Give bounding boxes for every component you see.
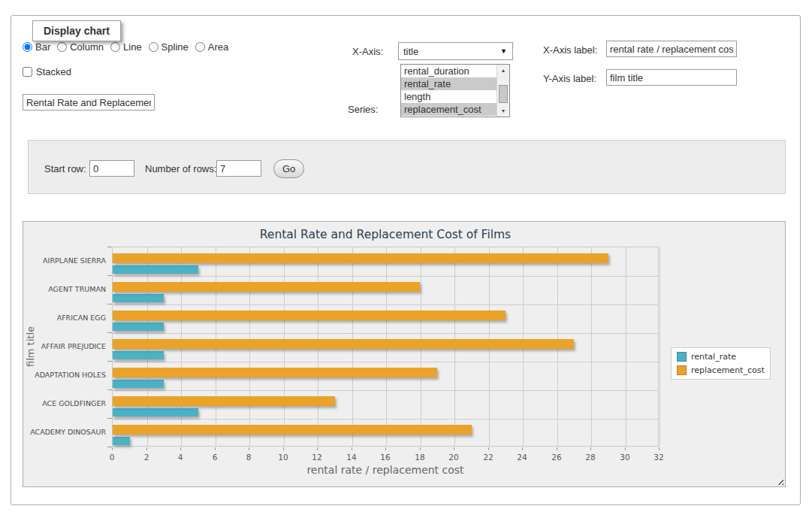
x-tick-label: 18 bbox=[405, 453, 435, 462]
chart-type-column-radio[interactable] bbox=[57, 42, 67, 52]
chart-title-input[interactable] bbox=[23, 94, 155, 111]
series-option-length[interactable]: length bbox=[401, 90, 509, 103]
gridline bbox=[113, 304, 658, 305]
x-tick-label: 22 bbox=[473, 453, 503, 462]
series-option-rental-duration[interactable]: rental_duration bbox=[401, 65, 509, 77]
resize-handle-icon[interactable] bbox=[775, 477, 783, 485]
category-tick-label: AIRPLANE SIERRA bbox=[23, 256, 106, 265]
gridline bbox=[113, 362, 658, 362]
y-tick-mark bbox=[107, 361, 112, 362]
scrollbar-thumb[interactable] bbox=[499, 85, 508, 103]
x-tick-mark bbox=[454, 447, 454, 450]
bar-replacement_cost bbox=[113, 282, 420, 292]
stacked-checkbox[interactable] bbox=[23, 67, 32, 77]
legend-label-rental_rate: rental_rate bbox=[691, 352, 736, 362]
x-tick-label: 32 bbox=[644, 453, 674, 462]
chart-type-area-radio[interactable] bbox=[195, 42, 205, 52]
gridline bbox=[113, 390, 658, 391]
x-tick-mark bbox=[317, 447, 318, 450]
x-axis-select-value: title bbox=[403, 46, 418, 57]
x-tick-label: 8 bbox=[234, 453, 264, 462]
category-tick-label: AFRICAN EGG bbox=[23, 314, 106, 322]
y-axis-label-input[interactable] bbox=[606, 69, 737, 86]
series-option-rental-rate[interactable]: rental_rate bbox=[401, 77, 509, 90]
gridline bbox=[660, 247, 660, 446]
scroll-up-icon[interactable]: ▲ bbox=[497, 65, 509, 76]
num-rows-input[interactable] bbox=[216, 160, 261, 177]
x-tick-mark bbox=[112, 447, 113, 450]
x-axis-select-label: X-Axis: bbox=[352, 46, 383, 57]
go-button[interactable]: Go bbox=[273, 159, 304, 178]
x-tick-mark bbox=[283, 447, 284, 450]
gridline bbox=[113, 333, 658, 334]
bar-rental_rate bbox=[113, 380, 164, 388]
scroll-down-icon[interactable]: ▼ bbox=[497, 105, 509, 117]
x-tick-mark bbox=[352, 447, 352, 450]
chart-type-column[interactable]: Column bbox=[57, 41, 104, 53]
bar-rental_rate bbox=[113, 437, 130, 445]
x-tick-label: 4 bbox=[165, 453, 195, 462]
gridline bbox=[113, 419, 658, 420]
page: Display chart Bar Column Line Spline Are… bbox=[0, 0, 812, 512]
series-list-label: Series: bbox=[348, 104, 378, 115]
series-listbox[interactable]: rental_duration rental_rate length repla… bbox=[400, 64, 510, 117]
bar-rental_rate bbox=[113, 323, 164, 331]
stacked-checkbox-row[interactable]: Stacked bbox=[23, 66, 71, 77]
chart-type-spline[interactable]: Spline bbox=[149, 41, 189, 53]
x-tick-mark bbox=[625, 447, 626, 450]
bar-rental_rate bbox=[113, 294, 164, 302]
x-tick-mark bbox=[249, 447, 249, 450]
x-axis-label-label: X-Axis label: bbox=[543, 44, 597, 56]
chart-legend: rental_ratereplacement_cost bbox=[671, 347, 771, 380]
num-rows-label: Number of rows: bbox=[145, 163, 216, 174]
x-axis-label-input[interactable] bbox=[606, 41, 737, 57]
category-tick-label: ACADEMY DINOSAUR bbox=[23, 428, 106, 436]
y-tick-mark bbox=[107, 275, 112, 276]
legend-row: replacement_cost bbox=[677, 365, 765, 375]
stacked-label: Stacked bbox=[36, 66, 71, 77]
chevron-down-icon: ▼ bbox=[500, 47, 507, 55]
chart-type-bar-label: Bar bbox=[35, 41, 50, 53]
x-tick-label: 24 bbox=[507, 453, 537, 462]
chart-type-spline-radio[interactable] bbox=[149, 42, 158, 52]
chart-type-radio-group: Bar Column Line Spline Area bbox=[23, 41, 228, 53]
chart-type-area[interactable]: Area bbox=[195, 41, 228, 53]
x-tick-mark bbox=[557, 447, 557, 450]
bar-replacement_cost bbox=[113, 339, 574, 349]
y-axis-label-label: Y-Axis label: bbox=[543, 73, 596, 84]
chart-container: Rental Rate and Replacement Cost of Film… bbox=[23, 221, 786, 487]
legend-swatch-replacement_cost bbox=[677, 365, 687, 375]
chart-type-spline-label: Spline bbox=[161, 41, 189, 53]
x-axis-select[interactable]: title ▼ bbox=[398, 42, 513, 60]
y-tick-mark bbox=[107, 304, 112, 304]
gridline bbox=[113, 276, 658, 277]
bar-replacement_cost bbox=[113, 368, 437, 377]
chart-type-line-radio[interactable] bbox=[110, 42, 120, 52]
x-tick-label: 28 bbox=[575, 453, 605, 462]
gridline bbox=[626, 247, 626, 446]
chart-type-line-label: Line bbox=[123, 41, 142, 53]
bar-rental_rate bbox=[113, 265, 198, 274]
y-tick-mark bbox=[107, 247, 112, 247]
category-tick-label: ACE GOLDFINGER bbox=[23, 399, 106, 407]
x-tick-label: 14 bbox=[337, 453, 367, 462]
x-tick-mark bbox=[385, 447, 386, 450]
start-row-label: Start row: bbox=[44, 163, 86, 174]
x-tick-mark bbox=[215, 447, 216, 450]
chart-type-column-label: Column bbox=[70, 41, 104, 53]
start-row-input[interactable] bbox=[89, 160, 134, 177]
x-tick-label: 6 bbox=[200, 453, 230, 462]
listbox-scrollbar[interactable]: ▲ ▼ bbox=[497, 65, 509, 117]
y-tick-mark bbox=[107, 332, 112, 333]
x-tick-label: 26 bbox=[542, 453, 572, 462]
chart-type-bar-radio[interactable] bbox=[23, 42, 32, 52]
chart-type-bar[interactable]: Bar bbox=[23, 41, 50, 53]
x-tick-mark bbox=[590, 447, 591, 450]
chart-type-area-label: Area bbox=[208, 41, 228, 53]
plot-area bbox=[112, 247, 659, 447]
x-tick-label: 16 bbox=[370, 453, 400, 462]
chart-type-line[interactable]: Line bbox=[110, 41, 142, 53]
series-option-replacement-cost[interactable]: replacement_cost bbox=[401, 103, 509, 116]
bar-rental_rate bbox=[113, 408, 198, 417]
bar-replacement_cost bbox=[113, 425, 472, 435]
